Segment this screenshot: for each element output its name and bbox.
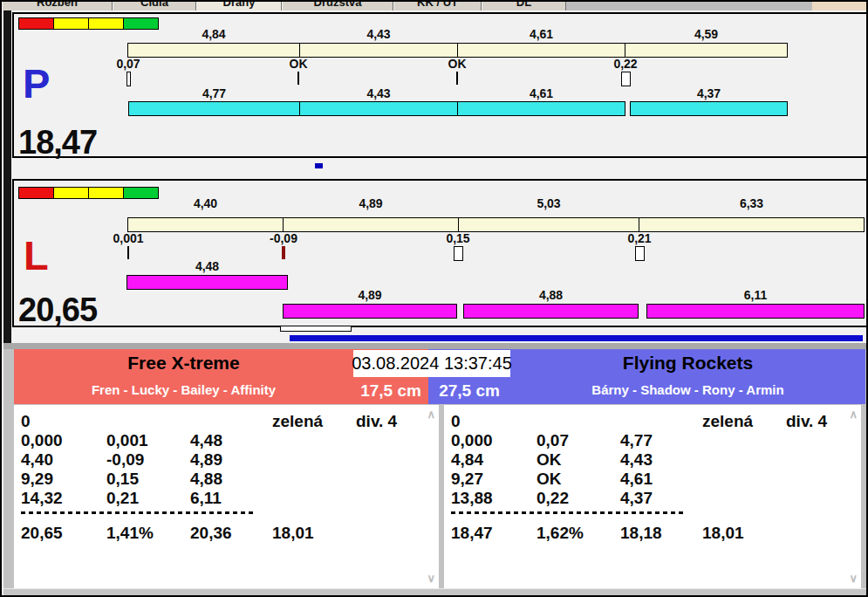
total-cell: 18,18 (620, 524, 662, 543)
result-cell: 9,27 (451, 470, 483, 489)
result-cell: 4,88 (190, 470, 222, 489)
status-square (18, 17, 54, 30)
totals-separator (451, 511, 687, 514)
jump-height-right: 27,5 cm (428, 377, 510, 404)
dog-time-bar (463, 304, 639, 319)
tab-cidla[interactable]: Čidla (113, 2, 196, 10)
result-cell: div. 4 (356, 412, 397, 431)
dog-time-label: 4,61 (457, 87, 625, 100)
start-marker-box (454, 246, 463, 261)
divider-band (3, 343, 868, 349)
scroll-down-icon[interactable]: ∨ (427, 574, 435, 583)
result-cell: 4,77 (620, 431, 653, 450)
tab-kk-ut[interactable]: KK / ÚT (393, 2, 482, 10)
scroll-up-icon[interactable]: ∧ (849, 410, 858, 419)
split-time-label: 4,59 (625, 28, 788, 41)
dog-time-label: 6,11 (646, 289, 865, 302)
result-cell: 0,21 (106, 489, 139, 508)
result-cell: 0,000 (21, 431, 63, 450)
tab-drahy[interactable]: Dráhy (196, 2, 282, 10)
jump-height-left: 17,5 cm (353, 377, 428, 404)
dog-time-bar (299, 101, 458, 116)
dog-time-bar (126, 275, 288, 290)
total-cell: 18,01 (702, 524, 744, 543)
scroll-up-icon[interactable]: ∧ (427, 410, 435, 419)
result-cell: OK (537, 470, 562, 489)
tab-druzstva[interactable]: Družstva (282, 2, 393, 10)
dog-time-bar (128, 101, 300, 116)
result-cell: 14,32 (21, 489, 63, 508)
dog-time-label: 4,88 (463, 289, 639, 302)
start-diff-label: OK (422, 58, 492, 71)
lane-panel-left: 4,404,895,036,330,001-0,090,150,214,484,… (12, 179, 868, 327)
result-cell: 4,43 (620, 450, 653, 470)
tab-rozbeh[interactable]: Rozběh (2, 2, 113, 10)
result-cell: 0,001 (106, 431, 148, 450)
result-cell: OK (537, 450, 562, 470)
split-time-label: 4,84 (127, 28, 300, 41)
result-cell: 0,000 (451, 431, 493, 450)
lane-letter: P (23, 63, 50, 104)
tab-label: Čidla (140, 2, 168, 10)
lane-panel-right: 4,844,434,614,590,07OKOK0,224,774,434,61… (12, 12, 868, 158)
result-list-left[interactable]: 0zelenádiv. 40,0000,0014,484,40-0,094,89… (14, 405, 439, 588)
scroll-down-icon[interactable]: ∨ (849, 574, 858, 583)
start-diff-label: OK (263, 58, 333, 71)
tab-dl[interactable]: DL (482, 2, 566, 10)
start-diff-label: -0,09 (249, 232, 318, 245)
team-left-name: Free X-treme (14, 353, 353, 374)
result-cell: 4,89 (190, 450, 222, 470)
status-square (88, 187, 124, 199)
result-cell: -0,09 (106, 450, 144, 470)
result-cell: 0 (21, 412, 31, 431)
tab-label: DL (516, 2, 531, 10)
split-segment-bar (299, 43, 458, 58)
team-right-dogs: Bárny - Shadow - Rony - Armin (510, 382, 865, 397)
start-diff-label: 0,21 (605, 232, 674, 245)
result-list-right[interactable]: 0zelenádiv. 40,0000,074,774,84OK4,439,27… (444, 405, 861, 588)
split-segment-bar (127, 217, 284, 232)
start-diff-label: 0,15 (423, 232, 493, 245)
team-right-name: Flying Rockets (510, 353, 865, 374)
total-cell: 1,62% (537, 524, 584, 543)
split-segment-bar (457, 43, 625, 58)
result-cell: 0,22 (537, 489, 569, 508)
start-marker-line (127, 246, 129, 259)
result-cell: zelená (702, 412, 753, 431)
result-cell: 4,37 (620, 489, 653, 508)
team-left-dogs: Fren - Lucky - Bailey - Affinity (14, 382, 353, 397)
tab-label: KK / ÚT (417, 2, 458, 10)
background-window-sliver (812, 2, 866, 10)
dog-time-bar (630, 101, 788, 116)
dog-time-label: 4,37 (630, 87, 788, 100)
result-cell: 4,84 (451, 450, 483, 470)
lane-total-time: 18,47 (18, 126, 97, 159)
result-cell: div. 4 (786, 412, 827, 431)
tab-label: Družstva (314, 2, 362, 10)
split-segment-bar (458, 217, 639, 232)
split-segment-bar (127, 43, 300, 58)
result-cell: 4,61 (620, 470, 653, 489)
totals-separator (21, 511, 256, 514)
bottom-strip (3, 588, 868, 597)
split-time-label: 5,03 (458, 197, 639, 210)
blue-progress-bar (290, 335, 863, 341)
start-marker-line (456, 72, 458, 85)
result-cell: 0,15 (106, 470, 139, 489)
split-segment-bar (283, 217, 459, 232)
split-time-label: 4,43 (299, 28, 458, 41)
dog-time-label: 4,48 (126, 260, 288, 273)
dog-time-bar (457, 101, 625, 116)
datetime-display: 03.08.2024 13:37:45 (353, 350, 510, 377)
split-time-label: 4,61 (457, 28, 625, 41)
dog-time-label: 4,77 (128, 87, 300, 100)
start-marker-thinbox (126, 72, 131, 86)
status-square (18, 187, 54, 199)
dog-time-bar (283, 304, 457, 319)
result-cell: 0 (451, 412, 461, 431)
result-cell: 13,88 (451, 489, 493, 508)
result-cell: zelená (272, 412, 323, 431)
tab-label: Rozběh (37, 2, 78, 10)
start-marker-box (621, 72, 631, 86)
status-square (53, 17, 89, 30)
